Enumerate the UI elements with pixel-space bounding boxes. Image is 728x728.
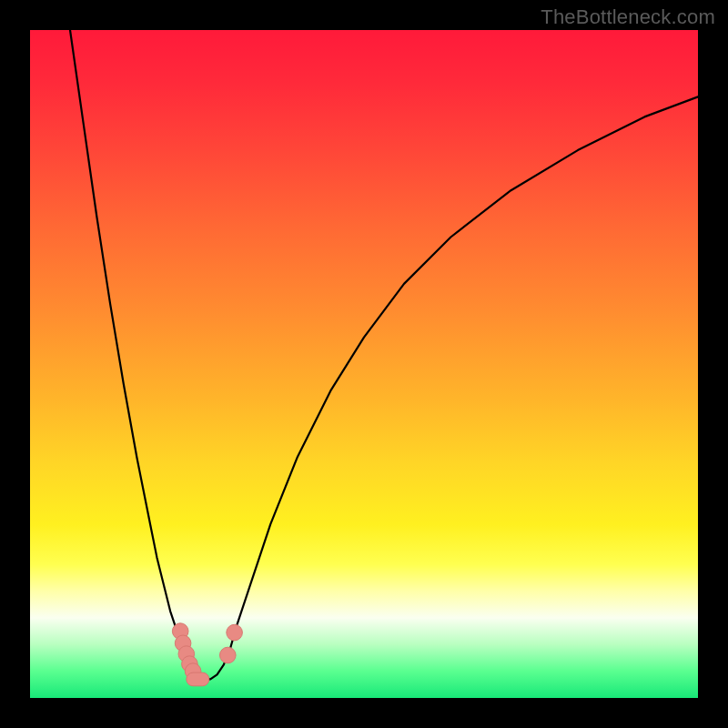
marker-bar	[187, 672, 209, 686]
plot-area	[30, 30, 698, 698]
markers-group	[172, 623, 242, 686]
marker-dot	[220, 647, 237, 663]
watermark-text: TheBottleneck.com	[541, 5, 715, 29]
chart-svg	[30, 30, 698, 698]
marker-dot	[227, 624, 243, 641]
page-frame: TheBottleneck.com	[0, 0, 728, 728]
bottleneck-curve	[70, 30, 698, 679]
